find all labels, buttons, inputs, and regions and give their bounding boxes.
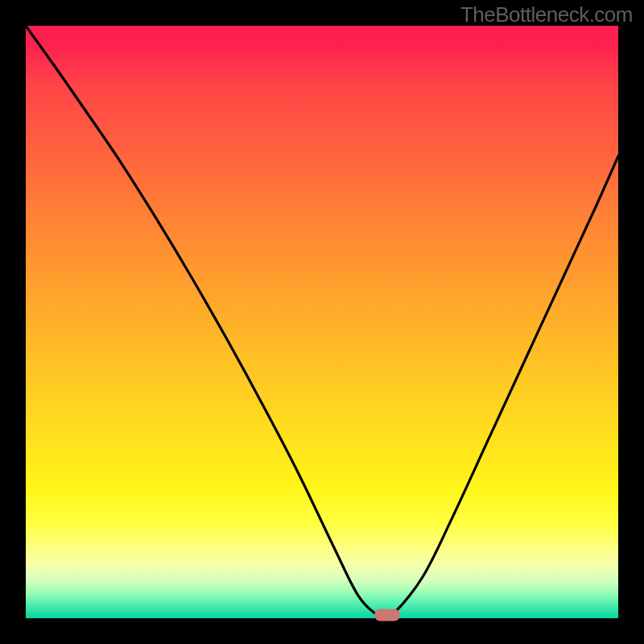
chart-frame: TheBottleneck.com — [0, 0, 644, 644]
watermark-text: TheBottleneck.com — [460, 2, 633, 27]
plot-area — [26, 26, 618, 618]
bottleneck-curve — [26, 26, 618, 618]
optimal-point-marker — [374, 609, 400, 621]
